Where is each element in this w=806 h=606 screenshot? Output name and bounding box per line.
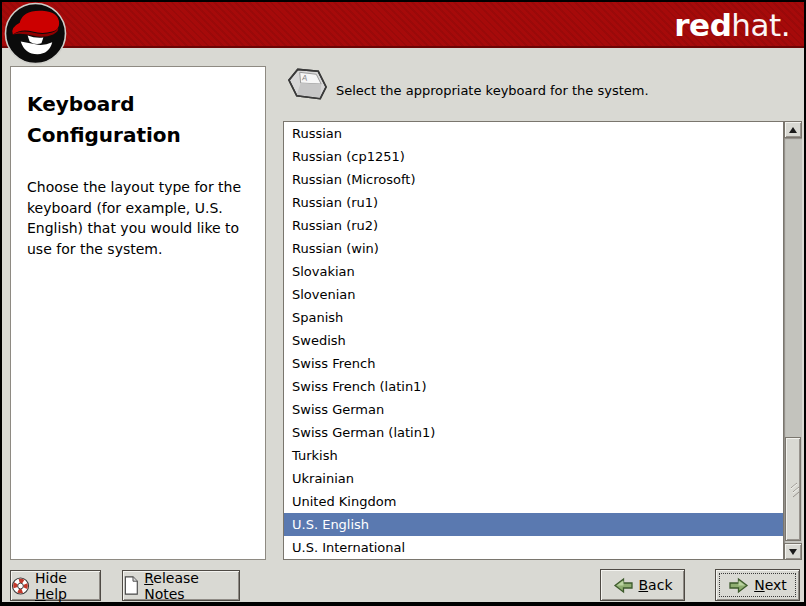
next-label: Next (754, 577, 787, 593)
list-item[interactable]: Swiss German (284, 398, 783, 421)
list-item[interactable]: Turkish (284, 444, 783, 467)
list-item[interactable]: Spanish (284, 306, 783, 329)
keyboard-key-icon: A (286, 65, 329, 107)
help-text: Choose the layout type for the keyboard … (27, 177, 249, 259)
page-title: Keyboard Configuration (27, 89, 249, 151)
list-item[interactable]: Slovakian (284, 260, 783, 283)
next-button[interactable]: Next (715, 569, 800, 601)
list-item[interactable]: Russian (cp1251) (284, 145, 783, 168)
arrow-down-icon (789, 549, 797, 555)
list-item[interactable]: United Kingdom (284, 490, 783, 513)
scrollbar-trough[interactable] (784, 138, 802, 543)
list-item[interactable]: Swedish (284, 329, 783, 352)
list-item[interactable]: Swiss French (284, 352, 783, 375)
prompt-label: Select the appropriate keyboard for the … (336, 83, 649, 98)
document-icon (123, 575, 139, 596)
redhat-shadowman-icon (4, 2, 67, 65)
list-item[interactable]: Swiss German (latin1) (284, 421, 783, 444)
installer-window: redhat. Keyboard Configuration Choose th… (0, 0, 806, 606)
list-item[interactable]: U.S. International (284, 536, 783, 559)
list-item[interactable]: Swiss French (latin1) (284, 375, 783, 398)
back-button[interactable]: Back (600, 569, 685, 601)
scroll-down-button[interactable] (784, 543, 802, 560)
list-item[interactable]: Russian (ru2) (284, 214, 783, 237)
list-scrollbar[interactable] (784, 121, 802, 560)
list-item[interactable]: Russian (284, 122, 783, 145)
next-arrow-icon (728, 577, 749, 594)
scrollbar-thumb[interactable] (785, 437, 801, 541)
back-label: Back (639, 577, 673, 593)
list-item[interactable]: Russian (Microsoft) (284, 168, 783, 191)
release-notes-button[interactable]: Release Notes (122, 570, 240, 601)
header-bar: redhat. (2, 2, 804, 48)
lifebuoy-icon (11, 576, 30, 596)
list-item[interactable]: Slovenian (284, 283, 783, 306)
brand-light: hat. (731, 7, 790, 43)
list-item[interactable]: U.S. English (284, 513, 783, 536)
release-notes-label: Release Notes (144, 570, 239, 602)
help-panel: Keyboard Configuration Choose the layout… (10, 66, 266, 560)
back-arrow-icon (613, 577, 634, 594)
keyboard-list[interactable]: RussianRussian (cp1251)Russian (Microsof… (283, 121, 784, 560)
list-item[interactable]: Ukrainian (284, 467, 783, 490)
arrow-up-icon (789, 127, 797, 133)
hide-help-button[interactable]: Hide Help (10, 570, 101, 601)
redhat-wordmark: redhat. (674, 7, 790, 43)
scroll-up-button[interactable] (784, 121, 802, 138)
list-item[interactable]: Russian (ru1) (284, 191, 783, 214)
brand-bold: red (674, 7, 731, 43)
thumb-grip-icon (789, 482, 801, 498)
hide-help-label: Hide Help (35, 570, 100, 602)
list-item[interactable]: Russian (win) (284, 237, 783, 260)
